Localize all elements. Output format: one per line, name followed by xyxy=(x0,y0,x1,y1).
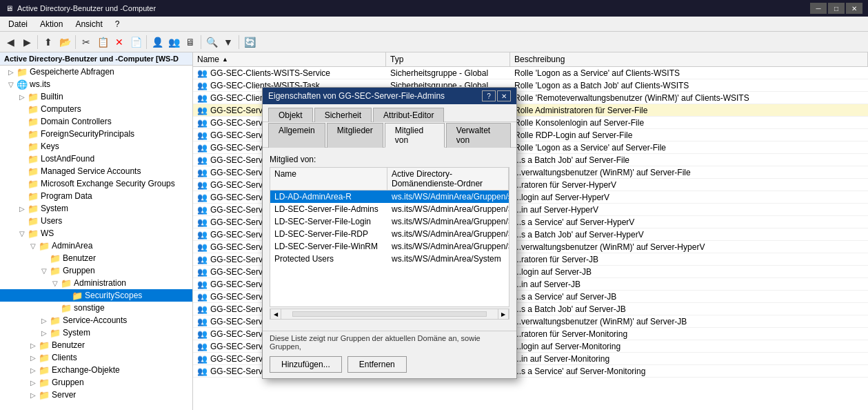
dialog-cell-name: Protected Users xyxy=(270,253,387,265)
group-icon: 👥 xyxy=(197,329,208,339)
up-button[interactable]: ⬆ xyxy=(41,35,56,50)
tree-item-service-accounts[interactable]: ▷ 📁 Service-Accounts xyxy=(0,314,192,326)
tree-item-msexchange[interactable]: 📁 Microsoft Exchange Security Groups xyxy=(0,177,192,190)
col-type-label: Typ xyxy=(390,55,403,64)
tab-attribut[interactable]: Attribut-Editor xyxy=(373,108,444,122)
dialog-list: LD-AD-AdminArea-R ws.its/WS/AdminArea/Gr… xyxy=(270,190,509,307)
dialog-close-button[interactable]: ✕ xyxy=(497,90,511,101)
new-group-button[interactable]: 👥 xyxy=(166,35,181,50)
tab-sicherheit[interactable]: Sicherheit xyxy=(314,108,372,122)
properties-dialog: Eigenschaften von GG-SEC-Server-File-Adm… xyxy=(262,87,517,379)
list-cell-desc: ...in auf Server-JB xyxy=(510,278,868,290)
properties-button[interactable]: 📄 xyxy=(128,35,143,50)
hscroll-right[interactable]: ▶ xyxy=(498,309,509,320)
tree-item-adminarea[interactable]: ▽ 📁 AdminArea xyxy=(0,240,192,252)
folder-icon: 📁 xyxy=(50,328,61,338)
tree-item-server[interactable]: ▷ 📁 Server xyxy=(0,389,192,401)
folder-icon: 📁 xyxy=(61,278,72,289)
group-icon: 👥 xyxy=(197,193,208,202)
list-cell-desc: ...verwaltungsbenutzer (WinRM)' auf Serv… xyxy=(510,166,868,178)
tree-label: Benutzer xyxy=(63,253,96,263)
new-computer-button[interactable]: 🖥 xyxy=(183,35,198,50)
refresh-button[interactable]: 🔄 xyxy=(242,35,257,50)
tree-item-keys[interactable]: 📁 Keys xyxy=(0,140,192,153)
group-icon: 👥 xyxy=(197,367,208,376)
list-cell-desc: ...in auf Server-HyperV xyxy=(510,204,868,215)
add-button[interactable]: Hinzufügen... xyxy=(270,356,342,373)
tree-item-benutzer2[interactable]: ▷ 📁 Benutzer xyxy=(0,339,192,351)
tree-panel: Active Directory-Benutzer und -Computer … xyxy=(0,52,193,410)
delete-button[interactable]: ✕ xyxy=(112,35,127,50)
tree-item-system[interactable]: ▷ 📁 System xyxy=(0,202,192,215)
tab-verwaltet-von[interactable]: Verwaltet von xyxy=(446,123,511,148)
folder-icon: 📁 xyxy=(39,353,50,363)
tree-item-exchange[interactable]: ▷ 📁 Exchange-Objekte xyxy=(0,364,192,376)
forward-button[interactable]: ▶ xyxy=(19,35,34,50)
dialog-list-row[interactable]: LD-SEC-Server-File-WinRM ws.its/WS/Admin… xyxy=(270,240,509,253)
tree-item-foreignsec[interactable]: 📁 ForeignSecurityPrincipals xyxy=(0,128,192,140)
dialog-list-row[interactable]: LD-SEC-Server-File-Admins ws.its/WS/Admi… xyxy=(270,203,509,215)
col-desc[interactable]: Beschreibung xyxy=(510,52,868,66)
close-button[interactable]: ✕ xyxy=(846,3,862,14)
expand-icon: ▷ xyxy=(17,93,28,101)
dialog-cell-path: ws.its/WS/AdminArea/Gruppen/SecuritySco.… xyxy=(387,215,509,228)
dialog-list-row[interactable]: LD-SEC-Server-File-Login ws.its/WS/Admin… xyxy=(270,215,509,228)
filter-button[interactable]: ▼ xyxy=(221,35,236,50)
remove-button[interactable]: Entfernen xyxy=(347,356,407,373)
minimize-button[interactable]: ─ xyxy=(810,3,827,14)
dialog-help-button[interactable]: ? xyxy=(482,90,496,101)
tree-item-users[interactable]: 📁 Users xyxy=(0,215,192,227)
dialog-list-row[interactable]: LD-AD-AdminArea-R ws.its/WS/AdminArea/Gr… xyxy=(270,191,509,203)
tree-item-saved-queries[interactable]: ▷ 📁 Gespeicherte Abfragen xyxy=(0,66,192,78)
tree-item-system2[interactable]: ▷ 📁 System xyxy=(0,326,192,339)
maximize-button[interactable]: □ xyxy=(828,3,845,14)
list-cell-desc: ...s a Batch Job' auf Server-File xyxy=(510,154,868,166)
tab-mitglieder[interactable]: Mitglieder xyxy=(327,123,383,148)
cut-button[interactable]: ✂ xyxy=(79,35,94,50)
folder-icon: 📁 xyxy=(28,92,39,102)
tree-item-managed-service[interactable]: 📁 Managed Service Accounts xyxy=(0,165,192,177)
back-button[interactable]: ◀ xyxy=(3,35,18,50)
list-cell-desc: Rolle 'Logon as a Service' auf Clients-W… xyxy=(510,67,868,79)
tree-item-clients[interactable]: ▷ 📁 Clients xyxy=(0,351,192,364)
tree-item-gruppen[interactable]: ▽ 📁 Gruppen xyxy=(0,264,192,277)
dialog-cell-name: LD-SEC-Server-File-Login xyxy=(270,215,387,228)
menu-bar: Datei Aktion Ansicht ? xyxy=(0,17,868,32)
tree-item-builtin[interactable]: ▷ 📁 Builtin xyxy=(0,90,192,103)
tab-mitglied-von[interactable]: Mitglied von xyxy=(385,123,445,148)
tab-allgemein[interactable]: Allgemein xyxy=(268,123,325,148)
list-cell-desc: ...ratoren für Server-Monitoring xyxy=(510,328,868,340)
menu-datei[interactable]: Datei xyxy=(3,18,33,30)
tree-item-computers[interactable]: 📁 Computers xyxy=(0,103,192,115)
tree-item-wsits[interactable]: ▽ 🌐 ws.its xyxy=(0,78,192,90)
new-user-button[interactable]: 👤 xyxy=(150,35,165,50)
tree-item-lostandfound[interactable]: 📁 LostAndFound xyxy=(0,153,192,165)
find-button[interactable]: 🔍 xyxy=(204,35,219,50)
dialog-list-row[interactable]: LD-SEC-Server-File-RDP ws.its/WS/AdminAr… xyxy=(270,228,509,240)
group-icon: 👥 xyxy=(197,180,208,190)
menu-ansicht[interactable]: Ansicht xyxy=(70,18,108,30)
tree-item-security-scopes[interactable]: 📁 SecurityScopes xyxy=(0,289,192,302)
tree-item-gruppen2[interactable]: ▷ 📁 Gruppen xyxy=(0,376,192,389)
tree-item-sonstige[interactable]: 📁 sonstige xyxy=(0,302,192,314)
dialog-hscrollbar[interactable]: ◀ ▶ xyxy=(270,309,509,320)
tree-label: Benutzer xyxy=(52,340,85,350)
show-tree-button[interactable]: 📂 xyxy=(57,35,72,50)
col-name[interactable]: Name ▲ xyxy=(193,52,386,66)
list-cell-desc: ...verwaltungsbenutzer (WinRM)' auf Serv… xyxy=(510,241,868,253)
menu-aktion[interactable]: Aktion xyxy=(34,18,68,30)
col-type[interactable]: Typ xyxy=(386,52,510,66)
group-icon: 👥 xyxy=(197,81,208,90)
hscroll-left[interactable]: ◀ xyxy=(270,309,281,320)
list-row[interactable]: 👥 GG-SEC-Clients-WSITS-Service Sicherhei… xyxy=(193,67,868,79)
tab-objekt[interactable]: Objekt xyxy=(268,108,313,122)
tree-item-ws[interactable]: ▽ 📁 WS xyxy=(0,227,192,240)
tree-item-programdata[interactable]: 📁 Program Data xyxy=(0,190,192,202)
hscroll-track xyxy=(292,311,487,317)
menu-help[interactable]: ? xyxy=(110,18,125,30)
dialog-list-row[interactable]: Protected Users ws.its/WS/AdminArea/Syst… xyxy=(270,253,509,265)
tree-item-administration[interactable]: ▽ 📁 Administration xyxy=(0,277,192,289)
tree-item-dc[interactable]: 📁 Domain Controllers xyxy=(0,115,192,128)
tree-item-benutzer[interactable]: 📁 Benutzer xyxy=(0,252,192,264)
copy-button[interactable]: 📋 xyxy=(95,35,110,50)
